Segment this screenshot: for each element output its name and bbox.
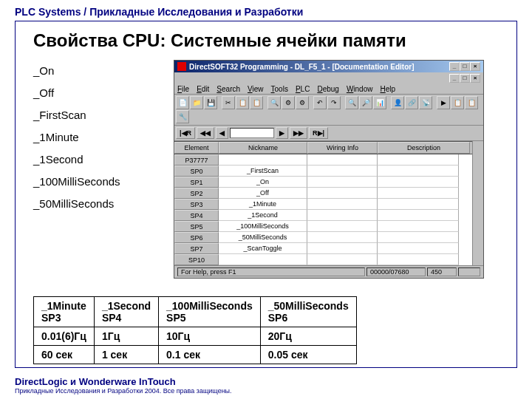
nav-prev-fast[interactable]: ◀◀ — [197, 127, 214, 139]
summary-cell: 0.01(6)Гц — [34, 327, 95, 346]
nav-bar: |◀R ◀◀ ◀ ▶ ▶▶ R▶| — [174, 126, 483, 141]
cell-nickname: _Off — [219, 188, 307, 199]
window-title: DirectSOFT32 Programming - DL_F5_1 - [Do… — [189, 63, 414, 71]
cell-nickname: _100MilliSeconds — [219, 221, 307, 232]
maximize-button[interactable]: □ — [460, 62, 470, 71]
toolbar-button[interactable]: 📋 — [465, 96, 478, 109]
table-row[interactable]: SP4_1Second — [174, 210, 472, 221]
minimize-button[interactable]: _ — [449, 62, 460, 71]
minimize-button[interactable]: _ — [449, 74, 460, 83]
nav-last[interactable]: R▶| — [309, 127, 328, 139]
toolbar-button[interactable]: 💾 — [204, 96, 217, 109]
cell-element: SP2 — [174, 188, 219, 199]
table-row[interactable]: SP6_50MilliSeconds — [174, 232, 472, 243]
titlebar: DirectSOFT32 Programming - DL_F5_1 - [Do… — [174, 61, 483, 72]
menu-tools[interactable]: Tools — [271, 85, 288, 93]
app-icon — [177, 62, 186, 71]
toolbar-button[interactable]: ↶ — [313, 96, 327, 109]
cell — [307, 188, 378, 199]
toolbar-button[interactable]: 👤 — [391, 96, 404, 109]
toolbar-button[interactable]: ▶ — [437, 96, 450, 109]
toolbar-button[interactable]: ↷ — [327, 96, 341, 109]
menu-debug[interactable]: Debug — [317, 85, 338, 93]
toolbar-button[interactable]: 📁 — [190, 96, 203, 109]
grid-headers: Element Nickname Wiring Info Description — [174, 141, 472, 154]
nav-first[interactable]: |◀R — [176, 127, 195, 139]
slide-header: PLC Systems / Прикладные Исследования и … — [15, 6, 517, 18]
list-item: _Off — [33, 82, 159, 104]
col-desc[interactable]: Description — [378, 142, 470, 154]
nav-next-fast[interactable]: ▶▶ — [290, 127, 307, 139]
cell — [378, 232, 459, 243]
toolbar-button[interactable]: 📋 — [250, 96, 263, 109]
app-screenshot: DirectSOFT32 Programming - DL_F5_1 - [Do… — [174, 60, 499, 279]
toolbar-button[interactable]: 🔧 — [176, 110, 189, 123]
table-row[interactable]: SP0_FirstScan — [174, 166, 472, 177]
cell-nickname: _ScanToggle — [219, 243, 307, 254]
data-grid: P37777 SP0_FirstScan SP1_On SP2_Off SP3_… — [174, 154, 472, 265]
cell — [307, 199, 378, 210]
col-wiring[interactable]: Wiring Info — [307, 142, 378, 154]
cell-element: SP10 — [174, 254, 219, 265]
table-row[interactable]: SP2_Off — [174, 188, 472, 199]
cell-nickname: _1Minute — [219, 199, 307, 210]
cell-nickname: _On — [219, 177, 307, 188]
toolbar-button[interactable]: 📄 — [176, 96, 189, 109]
col-nickname[interactable]: Nickname — [219, 142, 307, 154]
cell — [378, 221, 459, 232]
cell — [307, 232, 378, 243]
cell — [307, 177, 378, 188]
summary-table: _1MinuteSP3 _1SecondSP4 _100MilliSeconds… — [33, 296, 357, 364]
cell-element: SP7 — [174, 243, 219, 254]
toolbar-button[interactable]: 🔍 — [267, 96, 281, 109]
menu-view[interactable]: View — [248, 85, 264, 93]
cell — [378, 199, 459, 210]
toolbar-button[interactable]: 🔍 — [345, 96, 358, 109]
table-row[interactable]: P37777 — [174, 154, 472, 166]
toolbar-button[interactable]: 📋 — [236, 96, 249, 109]
menu-help[interactable]: Help — [380, 85, 395, 93]
table-row[interactable]: SP1_On — [174, 177, 472, 188]
table-row[interactable]: SP10 — [174, 254, 472, 265]
close-button[interactable]: × — [470, 62, 480, 71]
nav-input[interactable] — [230, 128, 274, 138]
summary-cell: 10Гц — [159, 327, 261, 346]
page-title: Свойства CPU: Системные ячейки памяти — [33, 30, 499, 51]
menu-window[interactable]: Window — [347, 85, 373, 93]
maximize-button[interactable]: □ — [460, 74, 470, 83]
cell-nickname: _50MilliSeconds — [219, 232, 307, 243]
scrollbar-vertical[interactable] — [472, 141, 483, 265]
cell-element: SP3 — [174, 199, 219, 210]
toolbar-button[interactable]: 📊 — [373, 96, 386, 109]
menu-plc[interactable]: PLC — [296, 85, 310, 93]
menu-search[interactable]: Search — [216, 85, 240, 93]
toolbar-button[interactable]: 🔗 — [405, 96, 418, 109]
table-row[interactable]: SP7_ScanToggle — [174, 243, 472, 254]
cell — [378, 188, 459, 199]
menu-file[interactable]: File — [177, 85, 189, 93]
summary-cell: 20Гц — [260, 327, 356, 346]
nav-prev[interactable]: ◀ — [216, 127, 228, 139]
variable-list: _On _Off _FirstScan _1Minute _1Second _1… — [33, 60, 159, 279]
toolbar-button[interactable]: 📡 — [419, 96, 432, 109]
col-element[interactable]: Element — [174, 142, 219, 154]
menu-edit[interactable]: Edit — [197, 85, 209, 93]
summary-header: _50MilliSecondsSP6 — [260, 297, 356, 327]
content-frame: Свойства CPU: Системные ячейки памяти _O… — [15, 21, 517, 368]
table-row[interactable]: SP5_100MilliSeconds — [174, 221, 472, 232]
toolbar-button[interactable]: 🔎 — [359, 96, 372, 109]
status-pane — [458, 267, 480, 276]
table-row[interactable]: SP3_1Minute — [174, 199, 472, 210]
toolbar-button[interactable]: ⚙ — [296, 96, 309, 109]
close-button[interactable]: × — [470, 74, 480, 83]
list-item: _1Minute — [33, 126, 159, 149]
cell-element: SP1 — [174, 177, 219, 188]
summary-header: _1SecondSP4 — [94, 297, 158, 327]
menu-bar: File Edit Search View Tools PLC Debug Wi… — [174, 84, 483, 95]
toolbar-button[interactable]: 📋 — [451, 96, 464, 109]
toolbar-button[interactable]: ⚙ — [282, 96, 295, 109]
summary-cell: 0.05 сек — [260, 346, 356, 364]
toolbar-button[interactable]: ✂ — [222, 96, 235, 109]
nav-next[interactable]: ▶ — [276, 127, 288, 139]
list-item: _On — [33, 60, 159, 82]
